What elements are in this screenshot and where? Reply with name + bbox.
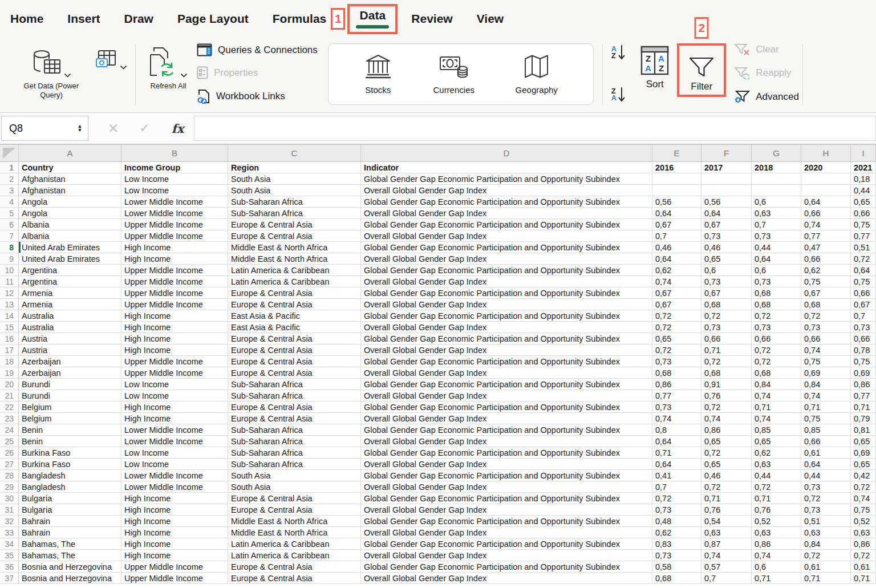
cell-I18[interactable]: 0,75: [851, 356, 876, 367]
cell-A5[interactable]: Angola: [19, 208, 121, 219]
cell-G37[interactable]: 0,71: [752, 573, 801, 584]
cell-B36[interactable]: Upper Middle Income: [121, 561, 228, 573]
cell-F25[interactable]: 0,65: [701, 436, 752, 447]
cell-C8[interactable]: Middle East & North Africa: [228, 242, 361, 253]
cell-A8[interactable]: United Arab Emirates: [19, 242, 121, 253]
cell-B8[interactable]: High Income: [121, 242, 228, 253]
cell-H34[interactable]: 0,84: [801, 538, 851, 550]
cell-F24[interactable]: 0,86: [701, 424, 752, 436]
cell-H27[interactable]: 0,64: [801, 459, 851, 470]
cell-E15[interactable]: 0,72: [652, 322, 701, 333]
cell-D14[interactable]: Global Gender Gap Economic Participation…: [361, 310, 652, 322]
clear-filter-button[interactable]: Clear: [734, 43, 799, 56]
cell-B33[interactable]: High Income: [121, 527, 228, 538]
cell-G12[interactable]: 0,68: [752, 287, 801, 299]
cell-B12[interactable]: Upper Middle Income: [121, 287, 228, 299]
cell-F8[interactable]: 0,46: [701, 242, 752, 253]
cell-C21[interactable]: Sub-Saharan Africa: [228, 390, 361, 402]
cell-E22[interactable]: 0,73: [652, 402, 701, 413]
cell-A7[interactable]: Albania: [19, 230, 121, 242]
cell-G22[interactable]: 0,71: [752, 402, 801, 413]
cell-A34[interactable]: Bahamas, The: [19, 538, 121, 550]
cell-F34[interactable]: 0,87: [701, 538, 752, 550]
cell-F16[interactable]: 0,66: [701, 333, 752, 344]
row-header-32[interactable]: 32: [0, 516, 19, 527]
cell-E17[interactable]: 0,72: [652, 344, 701, 356]
cell-E9[interactable]: 0,64: [652, 253, 701, 265]
row-header-28[interactable]: 28: [0, 470, 19, 481]
name-box-spinner[interactable]: ▲▼: [74, 124, 88, 132]
cell-G4[interactable]: 0,6: [752, 196, 801, 208]
cell-A6[interactable]: Albania: [19, 219, 121, 230]
row-header-16[interactable]: 16: [0, 333, 19, 344]
cell-A11[interactable]: Argentina: [19, 276, 121, 287]
column-header-G[interactable]: G: [752, 145, 801, 162]
cell-E28[interactable]: 0,41: [652, 470, 701, 481]
cell-D17[interactable]: Overall Global Gender Gap Index: [361, 344, 652, 356]
cell-A25[interactable]: Benin: [19, 436, 121, 447]
cell-H37[interactable]: 0,71: [801, 573, 851, 584]
cell-F28[interactable]: 0,46: [701, 470, 752, 481]
cell-E29[interactable]: 0,7: [652, 481, 701, 493]
column-header-E[interactable]: E: [652, 145, 701, 162]
cell-C33[interactable]: Middle East & North Africa: [228, 527, 361, 538]
cell-D19[interactable]: Overall Global Gender Gap Index: [361, 367, 652, 379]
cell-H16[interactable]: 0,66: [801, 333, 851, 344]
cell-G10[interactable]: 0,6: [752, 265, 801, 276]
cell-A32[interactable]: Bahrain: [19, 516, 121, 527]
cell-G36[interactable]: 0,6: [752, 561, 801, 573]
cell-D2[interactable]: Global Gender Gap Economic Participation…: [361, 173, 652, 185]
cell-E32[interactable]: 0,48: [652, 516, 701, 527]
cell-I23[interactable]: 0,79: [851, 413, 876, 424]
cell-A37[interactable]: Bosnia and Herzegovina: [19, 573, 121, 584]
cell-G7[interactable]: 0,73: [752, 230, 801, 242]
cell-D23[interactable]: Overall Global Gender Gap Index: [361, 413, 652, 424]
cell-H19[interactable]: 0,69: [801, 367, 851, 379]
cell-E23[interactable]: 0,74: [652, 413, 701, 424]
cell-A10[interactable]: Argentina: [19, 265, 121, 276]
cell-D8[interactable]: Global Gender Gap Economic Participation…: [361, 242, 652, 253]
cell-G28[interactable]: 0,44: [752, 470, 801, 481]
cell-H3[interactable]: [801, 185, 851, 196]
workbook-links-button[interactable]: Workbook Links: [197, 89, 318, 104]
cell-D34[interactable]: Global Gender Gap Economic Participation…: [361, 538, 652, 550]
row-header-17[interactable]: 17: [0, 344, 19, 356]
currencies-data-type-button[interactable]: Currencies: [433, 54, 474, 95]
row-header-6[interactable]: 6: [0, 219, 19, 230]
sort-ascending-button[interactable]: AZ: [611, 44, 626, 60]
cell-D28[interactable]: Global Gender Gap Economic Participation…: [361, 470, 652, 481]
cell-C7[interactable]: Europe & Central Asia: [228, 230, 361, 242]
cell-I12[interactable]: 0,66: [851, 287, 876, 299]
cell-E35[interactable]: 0,73: [652, 550, 701, 561]
cell-G8[interactable]: 0,44: [752, 242, 801, 253]
cell-H33[interactable]: 0,63: [801, 527, 851, 538]
cell-H25[interactable]: 0,66: [801, 436, 851, 447]
cell-D21[interactable]: Overall Global Gender Gap Index: [361, 390, 652, 402]
cell-C24[interactable]: Sub-Saharan Africa: [228, 424, 361, 436]
cell-A16[interactable]: Austria: [19, 333, 121, 344]
cell-G21[interactable]: 0,74: [752, 390, 801, 402]
cell-D9[interactable]: Overall Global Gender Gap Index: [361, 253, 652, 265]
row-header-23[interactable]: 23: [0, 413, 19, 424]
cell-A26[interactable]: Burkina Faso: [19, 447, 121, 459]
cell-I30[interactable]: 0,74: [851, 493, 876, 504]
cell-E24[interactable]: 0,8: [652, 424, 701, 436]
cell-B6[interactable]: Upper Middle Income: [121, 219, 228, 230]
cell-F3[interactable]: [701, 185, 752, 196]
cell-E25[interactable]: 0,64: [652, 436, 701, 447]
column-header-F[interactable]: F: [701, 145, 752, 162]
row-header-22[interactable]: 22: [0, 402, 19, 413]
cell-A30[interactable]: Bulgaria: [19, 493, 121, 504]
cell-B15[interactable]: High Income: [121, 322, 228, 333]
advanced-filter-button[interactable]: Advanced: [734, 90, 799, 104]
cell-E36[interactable]: 0,58: [652, 561, 701, 573]
cell-E26[interactable]: 0,71: [652, 447, 701, 459]
cell-I16[interactable]: 0,66: [851, 333, 876, 344]
cell-B3[interactable]: Low Income: [121, 185, 228, 196]
cell-I8[interactable]: 0,51: [851, 242, 876, 253]
cell-C34[interactable]: Latin America & Caribbean: [228, 538, 361, 550]
cell-B30[interactable]: High Income: [121, 493, 228, 504]
cell-G5[interactable]: 0,63: [752, 208, 801, 219]
cell-B13[interactable]: Upper Middle Income: [121, 299, 228, 310]
cell-B2[interactable]: Low Income: [121, 173, 228, 185]
